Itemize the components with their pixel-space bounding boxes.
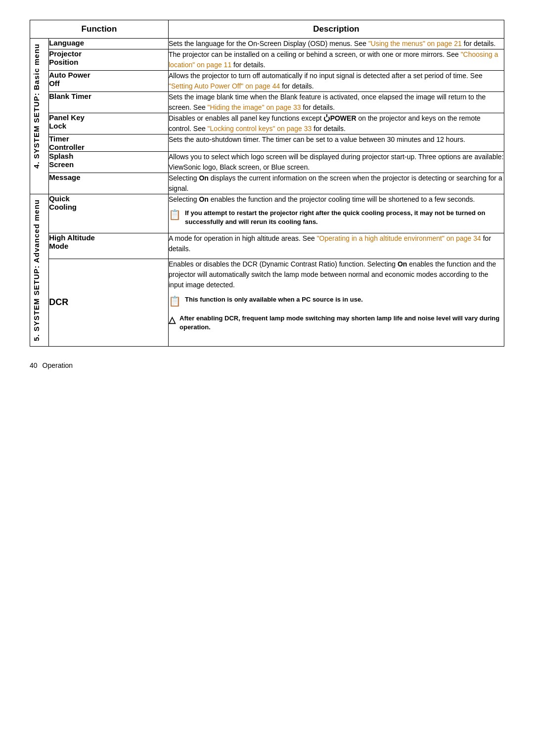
on-bold-message: On — [199, 174, 208, 182]
page-content: Function Description 4. SYSTEM SETUP: Ba… — [30, 20, 504, 369]
section5-quick-cooling: 5. SYSTEM SETUP: Advanced menu QuickCool… — [30, 194, 504, 233]
function-projector-position: ProjectorPosition — [49, 49, 169, 71]
power-icon — [324, 116, 330, 122]
section4-blank-timer: Blank Timer Sets the image blank time wh… — [30, 92, 504, 113]
link-menus[interactable]: "Using the menus" on page 21 — [368, 40, 462, 47]
desc-panel-key-lock: Disables or enables all panel key functi… — [169, 113, 504, 134]
dcr-note-text: This function is only available when a P… — [185, 295, 363, 304]
function-quick-cooling: QuickCooling — [49, 194, 169, 233]
section5-dcr: DCR Enables or disables the DCR (Dynamic… — [30, 259, 504, 346]
desc-auto-power-off: Allows the projector to turn off automat… — [169, 71, 504, 92]
function-auto-power-off: Auto PowerOff — [49, 71, 169, 92]
note-icon-dcr: 📋 — [169, 294, 181, 308]
function-timer-controller: TimerController — [49, 134, 169, 152]
desc-projector-position: The projector can be installed on a ceil… — [169, 49, 504, 71]
dcr-note: 📋 This function is only available when a… — [169, 295, 504, 308]
desc-high-altitude: A mode for operation in high altitude ar… — [169, 233, 504, 259]
function-high-altitude: High AltitudeMode — [49, 233, 169, 259]
warning-icon-dcr: △ — [169, 314, 176, 326]
dcr-warning: △ After enabling DCR, frequent lamp mode… — [169, 314, 504, 332]
section4-sidebar: 4. SYSTEM SETUP: Basic menu — [30, 39, 49, 194]
section4-sidebar-label: 4. SYSTEM SETUP: Basic menu — [30, 39, 43, 174]
section4-splash-screen: SplashScreen Allows you to select which … — [30, 152, 504, 173]
section5-sidebar-label: 5. SYSTEM SETUP: Advanced menu — [30, 194, 43, 346]
section4-panel-key-lock: Panel KeyLock Disables or enables all pa… — [30, 113, 504, 134]
desc-blank-timer: Sets the image blank time when the Blank… — [169, 92, 504, 113]
footer-label: Operation — [43, 361, 73, 369]
desc-splash-screen: Allows you to select which logo screen w… — [169, 152, 504, 173]
section4-timer-controller: TimerController Sets the auto-shutdown t… — [30, 134, 504, 152]
section4-message: Message Selecting On displays the curren… — [30, 173, 504, 194]
page-number: 40 — [30, 361, 38, 369]
desc-dcr: Enables or disables the DCR (Dynamic Con… — [169, 259, 504, 346]
desc-timer-controller: Sets the auto-shutdown timer. The timer … — [169, 134, 504, 152]
function-language: Language — [49, 39, 169, 49]
power-label: POWER — [330, 114, 356, 122]
note-icon-quick-cooling: 📋 — [169, 208, 181, 222]
on-bold-dcr: On — [398, 260, 407, 268]
function-splash-screen: SplashScreen — [49, 152, 169, 173]
function-panel-key-lock: Panel KeyLock — [49, 113, 169, 134]
desc-message: Selecting On displays the current inform… — [169, 173, 504, 194]
link-high-altitude[interactable]: "Operating in a high altitude environmen… — [317, 234, 481, 242]
dcr-description: Enables or disables the DCR (Dynamic Con… — [169, 259, 504, 290]
header-function: Function — [30, 20, 169, 39]
section5-high-altitude: High AltitudeMode A mode for operation i… — [30, 233, 504, 259]
on-bold-quick-cooling: On — [199, 195, 208, 203]
dcr-warning-text: After enabling DCR, frequent lamp mode s… — [179, 314, 504, 332]
quick-cooling-note: 📋 If you attempt to restart the projecto… — [169, 209, 504, 226]
function-blank-timer: Blank Timer — [49, 92, 169, 113]
main-table: Function Description 4. SYSTEM SETUP: Ba… — [30, 20, 504, 347]
header-description: Description — [169, 20, 504, 39]
desc-language: Sets the language for the On-Screen Disp… — [169, 39, 504, 49]
function-dcr: DCR — [49, 259, 169, 346]
footer: 40 Operation — [30, 361, 504, 369]
link-auto-power-off[interactable]: "Setting Auto Power Off" on page 44 — [169, 82, 280, 90]
function-message: Message — [49, 173, 169, 194]
section4-auto-power-off: Auto PowerOff Allows the projector to tu… — [30, 71, 504, 92]
link-hiding-image[interactable]: "Hiding the image" on page 33 — [208, 103, 301, 111]
section4-projector-position: ProjectorPosition The projector can be i… — [30, 49, 504, 71]
link-locking-keys[interactable]: "Locking control keys" on page 33 — [208, 125, 312, 133]
quick-cooling-note-text: If you attempt to restart the projector … — [185, 209, 504, 226]
section5-sidebar: 5. SYSTEM SETUP: Advanced menu — [30, 194, 49, 347]
link-choosing-location[interactable]: "Choosing a location" on page 11 — [169, 50, 498, 69]
section4-row: 4. SYSTEM SETUP: Basic menu Language Set… — [30, 39, 504, 49]
desc-quick-cooling: Selecting On enables the function and th… — [169, 194, 504, 233]
